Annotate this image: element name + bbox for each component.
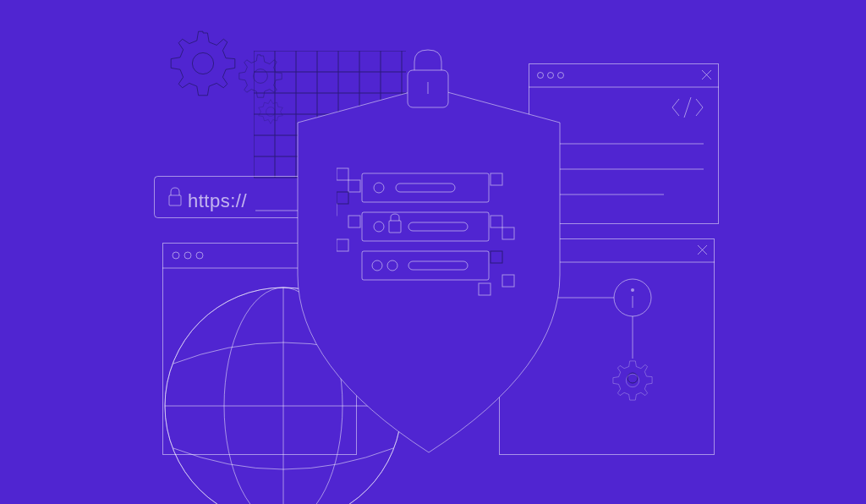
gear-large-icon <box>165 25 241 101</box>
svg-rect-64 <box>408 261 468 270</box>
svg-rect-60 <box>408 222 468 231</box>
svg-rect-67 <box>337 192 348 204</box>
svg-rect-61 <box>362 251 489 280</box>
svg-rect-73 <box>502 227 514 239</box>
svg-rect-70 <box>337 239 348 251</box>
gear-medium-icon <box>235 51 286 101</box>
svg-point-63 <box>387 260 397 271</box>
svg-rect-54 <box>362 173 489 202</box>
svg-point-50 <box>628 373 638 383</box>
svg-point-25 <box>196 252 203 259</box>
protocol-label: https:// <box>188 190 247 212</box>
svg-point-15 <box>192 52 213 74</box>
svg-point-17 <box>266 107 276 117</box>
svg-rect-19 <box>169 195 181 205</box>
svg-rect-59 <box>389 221 401 233</box>
svg-point-24 <box>184 252 191 259</box>
svg-point-23 <box>173 252 179 259</box>
svg-rect-71 <box>491 173 502 185</box>
svg-point-46 <box>631 288 634 292</box>
svg-rect-66 <box>348 180 360 192</box>
svg-point-32 <box>538 73 544 79</box>
gear-small-icon <box>256 97 285 126</box>
svg-line-37 <box>684 97 691 118</box>
svg-rect-65 <box>337 168 348 180</box>
svg-point-55 <box>374 183 384 193</box>
svg-rect-75 <box>502 275 514 287</box>
svg-rect-76 <box>479 283 491 295</box>
svg-rect-56 <box>396 184 455 192</box>
padlock-icon <box>404 47 452 110</box>
svg-rect-72 <box>491 216 502 227</box>
server-stack <box>337 165 527 317</box>
svg-point-58 <box>374 222 384 232</box>
svg-rect-57 <box>362 212 489 241</box>
security-illustration: https:// <box>0 0 866 504</box>
svg-point-33 <box>548 73 554 79</box>
svg-point-16 <box>254 69 268 84</box>
svg-rect-69 <box>348 216 360 227</box>
svg-rect-74 <box>491 251 502 263</box>
svg-point-34 <box>558 73 564 79</box>
svg-point-62 <box>372 260 382 271</box>
